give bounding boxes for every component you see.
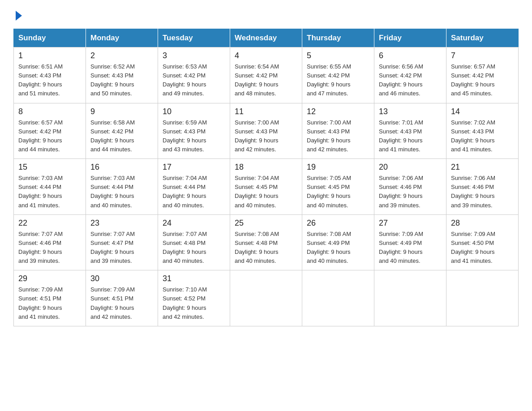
calendar-cell [230,270,302,326]
day-number: 23 [90,218,153,228]
day-info: Sunrise: 7:04 AMSunset: 4:44 PMDaylight:… [163,174,225,210]
day-number: 13 [379,107,442,116]
day-number: 31 [163,274,225,283]
calendar-cell: 18 Sunrise: 7:04 AMSunset: 4:45 PMDaylig… [230,159,302,215]
weekday-header-saturday: Saturday [446,29,519,47]
day-number: 12 [307,107,369,116]
day-number: 5 [307,51,369,60]
calendar-cell: 5 Sunrise: 6:55 AMSunset: 4:42 PMDayligh… [302,47,374,103]
weekday-header-monday: Monday [86,29,158,47]
calendar-cell [374,270,446,326]
day-number: 11 [235,107,297,116]
day-number: 10 [163,107,225,116]
day-number: 3 [163,51,225,60]
day-number: 6 [379,51,442,60]
calendar-cell: 14 Sunrise: 7:02 AMSunset: 4:43 PMDaylig… [446,103,519,159]
day-info: Sunrise: 6:59 AMSunset: 4:43 PMDaylight:… [163,118,225,154]
calendar-cell: 29 Sunrise: 7:09 AMSunset: 4:51 PMDaylig… [14,270,86,326]
day-number: 9 [90,107,153,116]
calendar-cell: 20 Sunrise: 7:06 AMSunset: 4:46 PMDaylig… [374,159,446,215]
calendar-week-4: 22 Sunrise: 7:07 AMSunset: 4:46 PMDaylig… [14,214,519,270]
weekday-header-row: SundayMondayTuesdayWednesdayThursdayFrid… [14,29,519,47]
calendar-cell: 19 Sunrise: 7:05 AMSunset: 4:45 PMDaylig… [302,159,374,215]
weekday-header-wednesday: Wednesday [230,29,302,47]
calendar-cell: 2 Sunrise: 6:52 AMSunset: 4:43 PMDayligh… [86,47,158,103]
day-info: Sunrise: 6:55 AMSunset: 4:42 PMDaylight:… [307,62,369,98]
day-number: 19 [307,163,369,172]
weekday-header-sunday: Sunday [14,29,86,47]
day-number: 15 [18,163,81,172]
day-number: 18 [235,163,297,172]
calendar-cell: 8 Sunrise: 6:57 AMSunset: 4:42 PMDayligh… [14,103,86,159]
day-info: Sunrise: 6:52 AMSunset: 4:43 PMDaylight:… [90,62,153,98]
calendar-cell: 24 Sunrise: 7:07 AMSunset: 4:48 PMDaylig… [158,214,230,270]
day-number: 22 [18,218,81,228]
day-number: 16 [90,163,153,172]
day-number: 29 [18,274,81,283]
logo-arrow-icon [16,11,22,21]
calendar-cell: 27 Sunrise: 7:09 AMSunset: 4:49 PMDaylig… [374,214,446,270]
day-info: Sunrise: 7:09 AMSunset: 4:51 PMDaylight:… [90,285,153,321]
calendar-cell: 16 Sunrise: 7:03 AMSunset: 4:44 PMDaylig… [86,159,158,215]
calendar-table: SundayMondayTuesdayWednesdayThursdayFrid… [13,29,519,326]
day-info: Sunrise: 7:10 AMSunset: 4:52 PMDaylight:… [163,285,225,321]
day-number: 7 [451,51,514,60]
calendar-cell: 4 Sunrise: 6:54 AMSunset: 4:42 PMDayligh… [230,47,302,103]
day-info: Sunrise: 7:06 AMSunset: 4:46 PMDaylight:… [451,174,514,210]
calendar-cell: 23 Sunrise: 7:07 AMSunset: 4:47 PMDaylig… [86,214,158,270]
day-info: Sunrise: 6:57 AMSunset: 4:42 PMDaylight:… [18,118,81,154]
calendar-week-1: 1 Sunrise: 6:51 AMSunset: 4:43 PMDayligh… [14,47,519,103]
day-number: 14 [451,107,514,116]
day-info: Sunrise: 6:53 AMSunset: 4:42 PMDaylight:… [163,62,225,98]
calendar-cell: 13 Sunrise: 7:01 AMSunset: 4:43 PMDaylig… [374,103,446,159]
calendar-cell: 25 Sunrise: 7:08 AMSunset: 4:48 PMDaylig… [230,214,302,270]
day-info: Sunrise: 7:00 AMSunset: 4:43 PMDaylight:… [235,118,297,154]
calendar-cell: 6 Sunrise: 6:56 AMSunset: 4:42 PMDayligh… [374,47,446,103]
day-info: Sunrise: 7:06 AMSunset: 4:46 PMDaylight:… [379,174,442,210]
day-info: Sunrise: 6:56 AMSunset: 4:42 PMDaylight:… [379,62,442,98]
day-number: 26 [307,218,369,228]
calendar-cell: 22 Sunrise: 7:07 AMSunset: 4:46 PMDaylig… [14,214,86,270]
calendar-cell: 10 Sunrise: 6:59 AMSunset: 4:43 PMDaylig… [158,103,230,159]
day-info: Sunrise: 7:02 AMSunset: 4:43 PMDaylight:… [451,118,514,154]
calendar-cell [302,270,374,326]
calendar-cell: 7 Sunrise: 6:57 AMSunset: 4:42 PMDayligh… [446,47,519,103]
weekday-header-thursday: Thursday [302,29,374,47]
day-info: Sunrise: 7:09 AMSunset: 4:51 PMDaylight:… [18,285,81,321]
day-info: Sunrise: 6:58 AMSunset: 4:42 PMDaylight:… [90,118,153,154]
day-number: 4 [235,51,297,60]
logo [13,9,22,21]
day-info: Sunrise: 7:09 AMSunset: 4:49 PMDaylight:… [379,230,442,266]
day-info: Sunrise: 7:03 AMSunset: 4:44 PMDaylight:… [90,174,153,210]
day-info: Sunrise: 7:08 AMSunset: 4:48 PMDaylight:… [235,230,297,266]
day-number: 28 [451,218,514,228]
day-number: 30 [90,274,153,283]
calendar-cell: 28 Sunrise: 7:09 AMSunset: 4:50 PMDaylig… [446,214,519,270]
page-header [13,9,519,21]
day-number: 17 [163,163,225,172]
calendar-cell: 26 Sunrise: 7:08 AMSunset: 4:49 PMDaylig… [302,214,374,270]
day-info: Sunrise: 6:54 AMSunset: 4:42 PMDaylight:… [235,62,297,98]
day-number: 21 [451,163,514,172]
calendar-cell: 15 Sunrise: 7:03 AMSunset: 4:44 PMDaylig… [14,159,86,215]
day-number: 25 [235,218,297,228]
calendar-header: SundayMondayTuesdayWednesdayThursdayFrid… [14,29,519,47]
day-info: Sunrise: 7:05 AMSunset: 4:45 PMDaylight:… [307,174,369,210]
day-info: Sunrise: 7:01 AMSunset: 4:43 PMDaylight:… [379,118,442,154]
calendar-cell: 31 Sunrise: 7:10 AMSunset: 4:52 PMDaylig… [158,270,230,326]
calendar-cell: 9 Sunrise: 6:58 AMSunset: 4:42 PMDayligh… [86,103,158,159]
calendar-week-3: 15 Sunrise: 7:03 AMSunset: 4:44 PMDaylig… [14,159,519,215]
day-number: 27 [379,218,442,228]
calendar-cell: 12 Sunrise: 7:00 AMSunset: 4:43 PMDaylig… [302,103,374,159]
day-info: Sunrise: 7:08 AMSunset: 4:49 PMDaylight:… [307,230,369,266]
day-info: Sunrise: 7:00 AMSunset: 4:43 PMDaylight:… [307,118,369,154]
day-info: Sunrise: 6:51 AMSunset: 4:43 PMDaylight:… [18,62,81,98]
day-info: Sunrise: 7:07 AMSunset: 4:48 PMDaylight:… [163,230,225,266]
day-info: Sunrise: 7:04 AMSunset: 4:45 PMDaylight:… [235,174,297,210]
day-info: Sunrise: 7:09 AMSunset: 4:50 PMDaylight:… [451,230,514,266]
calendar-cell: 1 Sunrise: 6:51 AMSunset: 4:43 PMDayligh… [14,47,86,103]
calendar-cell: 17 Sunrise: 7:04 AMSunset: 4:44 PMDaylig… [158,159,230,215]
day-info: Sunrise: 7:03 AMSunset: 4:44 PMDaylight:… [18,174,81,210]
calendar-cell [446,270,519,326]
day-info: Sunrise: 6:57 AMSunset: 4:42 PMDaylight:… [451,62,514,98]
